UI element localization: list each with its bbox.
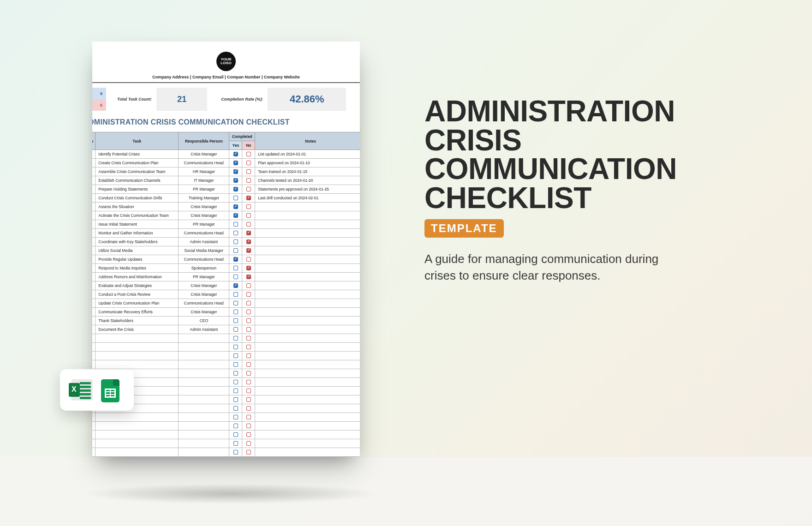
sheet-title: DMINISTRATION CRISIS COMMUNICATION CHECK… (92, 118, 360, 126)
table-row: 5Prepare Holding StatementsPR ManagerSta… (92, 185, 360, 194)
description: A guide for managing communication durin… (424, 251, 683, 284)
table-row: 8Activate the Crisis Communication TeamC… (92, 211, 360, 220)
table-row: 1Identify Potential CrisesCrisis Manager… (92, 150, 360, 159)
table-row (92, 422, 360, 430)
col-notes: Notes (255, 132, 360, 150)
company-info-line: Company Address | Company Email | Compan… (92, 75, 360, 79)
table-row (92, 457, 360, 457)
table-row: 7Assess the SituationCrisis Manager (92, 203, 360, 211)
stat-yes-count: 9 (92, 88, 106, 99)
divider (92, 82, 360, 83)
table-row: 3Provide Regular UpdatesCommunications H… (92, 255, 360, 264)
table-row (92, 430, 360, 439)
col-person: Responsible Person (179, 132, 229, 150)
table-row: 4Respond to Media InquiriesSpokesperson (92, 264, 360, 273)
rate-label: Completion Rate (%): (221, 88, 268, 111)
template-badge: TEMPLATE (424, 219, 504, 238)
headline: ADMINISTRATION CRISIS COMMUNICATION CHEC… (424, 97, 747, 213)
table-row (92, 413, 360, 422)
table-row (92, 343, 360, 352)
sheet-preview-wrap: YOUR LOGO Company Address | Company Emai… (92, 42, 360, 457)
table-row: 1Document the CrisisAdmin Assistant (92, 325, 360, 334)
stats-row: 9 6 Total Task Count: 21 Completion Rate… (92, 88, 360, 111)
logo-placeholder: YOUR LOGO (216, 52, 236, 71)
google-sheets-icon (101, 379, 122, 400)
col-no-sub: No (242, 141, 255, 150)
table-row: 9Issue Initial StatementPR Manager (92, 220, 360, 229)
table-row (92, 334, 360, 343)
table-row (92, 439, 360, 448)
col-no: No (92, 132, 96, 150)
table-row: 7Conduct a Post-Crisis ReviewCrisis Mana… (92, 290, 360, 299)
table-row: 1Coordinate with Key StakeholdersAdmin A… (92, 238, 360, 246)
col-task: Task (96, 132, 179, 150)
table-row: 2Create Crisis Communication PlanCommuni… (92, 159, 360, 167)
stat-no-count: 6 (92, 99, 106, 111)
apps-card (60, 369, 134, 411)
table-row (92, 352, 360, 360)
task-count-value: 21 (156, 88, 207, 111)
table-row: 6Evaluate and Adjust StrategiesCrisis Ma… (92, 281, 360, 290)
table-row: 0Thank StakeholdersCEO (92, 317, 360, 325)
excel-icon (72, 379, 93, 400)
table-row (92, 360, 360, 369)
col-completed: Completed (229, 132, 255, 141)
table-row: 3Assemble Crisis Communication TeamHR Ma… (92, 167, 360, 176)
table-row: 9Communicate Recovery EffortsCrisis Mana… (92, 308, 360, 317)
table-row (92, 448, 360, 457)
col-yes: Yes (229, 141, 242, 150)
table-row: 8Update Crisis Communication PlanCommuni… (92, 299, 360, 308)
table-row: 2Utilize Social MediaSocial Media Manage… (92, 246, 360, 255)
table-row: 5Address Rumors and MisinformationPR Man… (92, 273, 360, 281)
rate-value: 42.86% (268, 88, 346, 111)
table-row: 4Establish Communication ChannelsIT Mana… (92, 176, 360, 185)
task-count-label: Total Task Count: (117, 88, 156, 111)
right-panel: ADMINISTRATION CRISIS COMMUNICATION CHEC… (424, 42, 747, 284)
table-row: 6Conduct Crisis Communication DrillsTrai… (92, 194, 360, 203)
table-row: 0Monitor and Gather InformationCommunica… (92, 229, 360, 238)
